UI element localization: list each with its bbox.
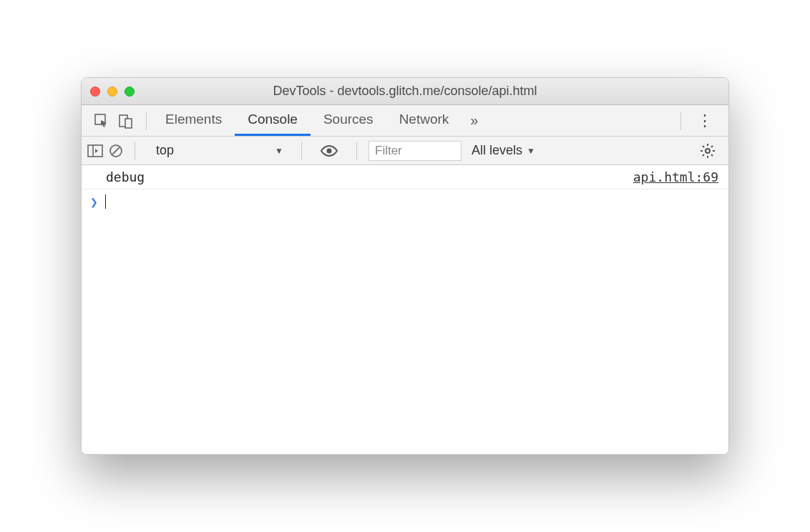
console-toolbar: top ▼ All levels ▼ xyxy=(82,137,728,165)
device-toolbar-icon[interactable] xyxy=(119,113,133,129)
text-cursor xyxy=(105,194,106,209)
svg-line-15 xyxy=(703,154,704,156)
titlebar: DevTools - devtools.glitch.me/console/ap… xyxy=(82,78,728,105)
more-tabs-button[interactable]: » xyxy=(462,112,487,129)
svg-point-8 xyxy=(706,149,710,153)
log-levels-label: All levels xyxy=(472,143,522,158)
svg-point-7 xyxy=(327,148,332,153)
divider xyxy=(146,112,147,130)
prompt-chevron-icon: ❯ xyxy=(90,194,98,210)
svg-line-13 xyxy=(703,145,704,147)
console-output: debug api.html:69 ❯ xyxy=(82,165,728,454)
window-controls xyxy=(90,87,135,97)
clear-console-icon[interactable] xyxy=(109,144,123,158)
window-title: DevTools - devtools.glitch.me/console/ap… xyxy=(82,84,728,99)
more-options-button[interactable]: ⋮ xyxy=(687,112,723,130)
console-settings-icon[interactable] xyxy=(693,143,723,159)
svg-line-6 xyxy=(112,147,120,154)
console-message-row: debug api.html:69 xyxy=(82,165,728,189)
console-prompt[interactable]: ❯ xyxy=(82,189,728,214)
console-message-text: debug xyxy=(106,169,145,184)
console-message-source-link[interactable]: api.html:69 xyxy=(633,169,718,184)
devtools-window: DevTools - devtools.glitch.me/console/ap… xyxy=(81,77,729,455)
panel-tabs: Elements Console Sources Network xyxy=(152,105,462,136)
execution-context-selector[interactable]: top ▼ xyxy=(147,140,290,162)
tab-sources[interactable]: Sources xyxy=(311,105,386,136)
filter-input[interactable] xyxy=(369,141,462,161)
tab-console[interactable]: Console xyxy=(235,105,311,136)
divider xyxy=(301,142,302,160)
live-expression-icon[interactable] xyxy=(313,145,345,157)
console-sidebar-toggle-icon[interactable] xyxy=(87,144,103,157)
svg-line-14 xyxy=(711,154,713,156)
tab-elements[interactable]: Elements xyxy=(152,105,235,136)
zoom-window-button[interactable] xyxy=(125,87,135,97)
divider xyxy=(356,142,357,160)
tab-network[interactable]: Network xyxy=(386,105,462,136)
log-levels-selector[interactable]: All levels ▼ xyxy=(467,143,540,158)
execution-context-label: top xyxy=(156,143,174,158)
divider xyxy=(680,112,681,130)
inspect-element-icon[interactable] xyxy=(94,114,109,128)
close-window-button[interactable] xyxy=(90,87,100,97)
divider xyxy=(135,142,135,160)
chevron-down-icon: ▼ xyxy=(275,146,283,156)
chevron-down-icon: ▼ xyxy=(527,146,535,156)
minimize-window-button[interactable] xyxy=(107,87,117,97)
svg-line-16 xyxy=(711,145,713,147)
svg-rect-2 xyxy=(125,119,132,128)
panel-toolbar: Elements Console Sources Network » ⋮ xyxy=(82,105,728,137)
